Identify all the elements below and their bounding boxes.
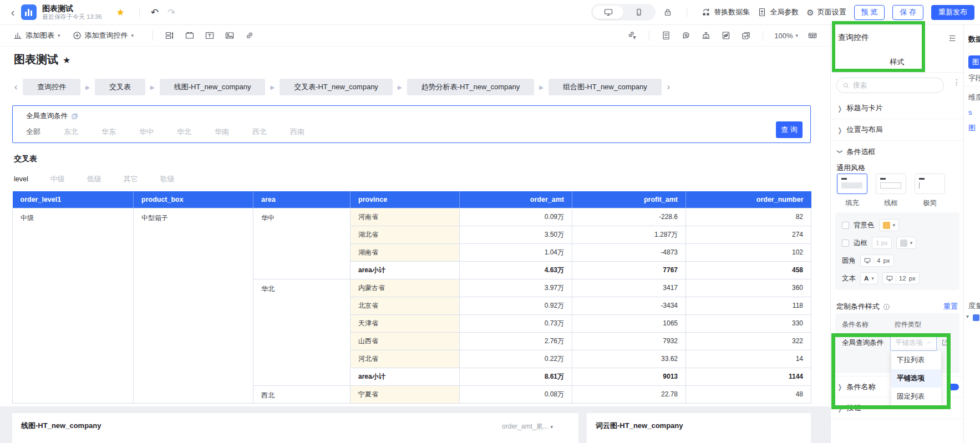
column-header-profit_amt[interactable]: profit_amt	[572, 191, 686, 208]
table-cell[interactable]: 华北	[253, 279, 351, 385]
query-option[interactable]: 华北	[177, 127, 191, 137]
notes-button[interactable]	[662, 31, 671, 40]
field-item[interactable]: 图	[968, 123, 976, 133]
undo-icon[interactable]: ↶	[151, 7, 159, 18]
query-option[interactable]: 西南	[290, 127, 304, 137]
level-option[interactable]: 中级	[50, 174, 65, 184]
republish-button[interactable]: 重新发布	[931, 5, 974, 20]
style-option-outline[interactable]	[876, 174, 906, 194]
table-cell[interactable]: 1065	[572, 314, 686, 332]
metric-dropdown[interactable]: order_amt_累...▾	[502, 422, 553, 431]
reset-link[interactable]: 重置	[943, 302, 958, 312]
table-cell[interactable]: 7767	[572, 261, 686, 279]
line-chart-card[interactable]: 线图-HT_new_company order_amt_累...▾	[12, 413, 578, 443]
section-condition-box[interactable]: ❯条件选框	[831, 141, 963, 162]
tab-container-button[interactable]	[185, 31, 194, 40]
link-filter-button[interactable]	[628, 31, 637, 40]
query-option[interactable]: 华东	[101, 127, 116, 137]
query-option[interactable]: 东北	[64, 127, 78, 137]
global-query-panel[interactable]: 全局查询条件 全部东北华东华中华北华南西北西南 查 询	[12, 105, 811, 143]
table-cell[interactable]: 82	[686, 208, 811, 226]
section-position-layout[interactable]: ❯位置与布局	[831, 119, 963, 141]
comment-button[interactable]	[682, 31, 690, 40]
query-submit-button[interactable]: 查 询	[776, 121, 803, 138]
query-option[interactable]: 全部	[26, 127, 40, 137]
table-cell[interactable]: -4873	[572, 243, 686, 261]
mobile-view-button[interactable]	[623, 6, 654, 19]
table-cell[interactable]: 22.78	[572, 385, 686, 403]
table-cell[interactable]: 2.76万	[460, 332, 572, 350]
table-cell[interactable]: 458	[686, 261, 811, 279]
query-option[interactable]: 华南	[215, 127, 229, 137]
info-icon[interactable]	[883, 303, 890, 310]
column-header-product_box[interactable]: product_box	[134, 191, 253, 208]
measure-field-chip[interactable]	[973, 314, 979, 321]
table-cell[interactable]: 3417	[572, 279, 686, 297]
table-cell[interactable]: 0.73万	[460, 314, 572, 332]
tab-交叉表[interactable]: 交叉表	[95, 79, 145, 95]
table-cell[interactable]: 山西省	[351, 332, 460, 350]
table-cell[interactable]: 河南省	[351, 208, 460, 226]
back-button[interactable]: ‹	[7, 6, 19, 19]
favorite-star-icon[interactable]: ★	[116, 7, 125, 18]
border-color-picker[interactable]: ▾	[896, 237, 917, 249]
word-cloud-card[interactable]: 词云图-HT_new_company	[587, 413, 811, 443]
save-button[interactable]: 保 存	[892, 5, 923, 20]
search-input[interactable]: 搜索	[836, 78, 944, 93]
level-option[interactable]: 歌级	[160, 174, 175, 184]
table-cell[interactable]: 1.287万	[572, 226, 686, 243]
table-cell[interactable]: 14	[686, 350, 811, 368]
hide-widget-button[interactable]	[722, 31, 730, 40]
batch-select-button[interactable]	[742, 31, 750, 40]
table-cell[interactable]: 西北	[253, 385, 351, 403]
table-cell[interactable]: 33.62	[572, 350, 686, 368]
table-cell[interactable]: 0.22万	[460, 350, 572, 368]
table-cell[interactable]: 1.04万	[460, 243, 572, 261]
text-widget-button[interactable]	[205, 31, 214, 40]
table-cell[interactable]: 天津省	[351, 314, 460, 332]
query-option[interactable]: 西北	[252, 127, 267, 137]
table-cell[interactable]: -228.6	[572, 208, 686, 226]
preview-button[interactable]: 预 览	[854, 5, 885, 20]
table-cell[interactable]: 0.09万	[460, 208, 572, 226]
table-cell[interactable]: 0.08万	[460, 385, 572, 403]
field-item[interactable]: s	[968, 108, 972, 116]
level-option[interactable]: 其它	[124, 174, 138, 184]
table-cell[interactable]: 7932	[572, 332, 686, 350]
add-query-control-button[interactable]: 添加查询控件 ▾	[73, 30, 134, 40]
replace-dataset-button[interactable]: 替换数据集	[702, 7, 750, 17]
table-cell[interactable]: 102	[686, 243, 811, 261]
style-option-minimal[interactable]	[915, 174, 945, 194]
font-size-input[interactable]: 12px	[882, 272, 920, 284]
table-cell[interactable]: area小计	[351, 368, 460, 385]
dropdown-option-平铺选项[interactable]: 平铺选项	[891, 369, 941, 388]
tab-查询控件[interactable]: 查询控件	[23, 79, 80, 95]
radius-input[interactable]: 4px	[860, 254, 894, 267]
table-cell[interactable]: 宁夏省	[351, 385, 460, 403]
add-chart-button[interactable]: 添加图表 ▾	[13, 30, 60, 40]
tabs-scroll-right-icon[interactable]: ›	[663, 82, 674, 92]
border-checkbox[interactable]	[842, 240, 849, 247]
dropdown-option-下拉列表[interactable]: 下拉列表	[891, 351, 941, 369]
bg-color-picker[interactable]: ▾	[879, 219, 900, 231]
export-icon[interactable]	[941, 339, 949, 347]
table-cell[interactable]: 北京省	[351, 297, 460, 314]
table-cell[interactable]: -3434	[572, 297, 686, 314]
table-cell[interactable]: 8.61万	[460, 368, 572, 385]
table-cell[interactable]: 内蒙古省	[351, 279, 460, 297]
column-header-order_level1[interactable]: order_level1	[13, 191, 134, 208]
control-type-select[interactable]: 平铺选项	[890, 334, 937, 351]
grid-settings-button[interactable]	[808, 31, 817, 40]
bg-color-checkbox[interactable]	[842, 222, 849, 229]
table-cell[interactable]: 322	[686, 332, 811, 350]
tab-组合图-HT_new_company[interactable]: 组合图-HT_new_company	[549, 79, 662, 95]
table-cell[interactable]: 1144	[686, 368, 811, 385]
tab-线图-HT_new_company[interactable]: 线图-HT_new_company	[160, 79, 266, 95]
global-params-button[interactable]: 全局参数	[758, 7, 799, 17]
copy-check-icon[interactable]	[71, 113, 78, 120]
table-cell[interactable]: area小计	[351, 261, 460, 279]
toggle-switch[interactable]	[947, 384, 959, 390]
lock-icon[interactable]	[663, 8, 672, 17]
query-option[interactable]: 华中	[139, 127, 154, 137]
link-widget-button[interactable]	[245, 31, 254, 40]
